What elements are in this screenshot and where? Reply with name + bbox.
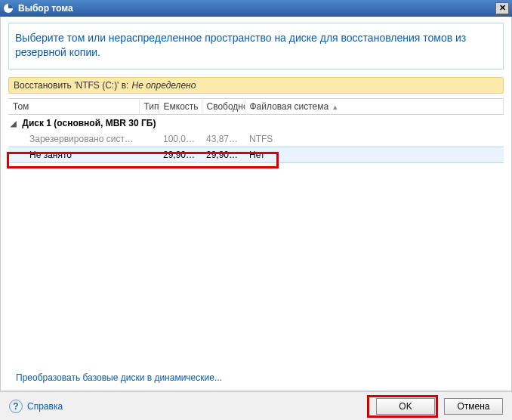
- row-free: 43,87 МБ: [202, 131, 245, 147]
- restore-target-bar: Восстановить 'NTFS (C:)' в: Не определен…: [8, 77, 504, 94]
- instruction-text: Выберите том или нераспределенное простр…: [8, 23, 504, 69]
- help-link[interactable]: ? Справка: [9, 400, 63, 413]
- volume-table: Том Тип Емкость Свободно Файловая систем…: [8, 98, 504, 163]
- app-icon: [3, 3, 14, 14]
- row-capacity: 29,90 ГБ: [159, 147, 202, 162]
- row-name: Зарезервировано систем…: [8, 131, 139, 147]
- dialog-content: Выберите том или нераспределенное простр…: [0, 17, 512, 391]
- cancel-button[interactable]: Отмена: [444, 398, 503, 415]
- disk-label: Диск 1 (основной, MBR 30 ГБ): [22, 118, 156, 128]
- row-fs: Нет: [245, 147, 504, 162]
- sort-asc-icon: ▲: [332, 103, 338, 111]
- convert-disks-link[interactable]: Преобразовать базовые диски в динамическ…: [16, 372, 222, 383]
- ok-highlight: OK: [367, 395, 438, 418]
- col-type[interactable]: Тип: [139, 98, 159, 114]
- row-capacity: 100,00 …: [159, 131, 202, 147]
- col-free[interactable]: Свободно: [202, 98, 245, 114]
- col-capacity[interactable]: Емкость: [159, 98, 202, 114]
- restore-target-label: Восстановить 'NTFS (C:)' в:: [14, 80, 128, 91]
- disk-group-row[interactable]: ◢ Диск 1 (основной, MBR 30 ГБ): [8, 114, 504, 131]
- row-free: 29,90 ГБ: [202, 147, 245, 162]
- row-fs: NTFS: [245, 131, 504, 147]
- volume-table-wrap: Том Тип Емкость Свободно Файловая систем…: [8, 98, 504, 163]
- row-type: [139, 131, 159, 147]
- table-row[interactable]: Не занято 29,90 ГБ 29,90 ГБ Нет: [8, 147, 504, 162]
- col-filesystem[interactable]: Файловая система▲: [245, 98, 504, 114]
- col-volume[interactable]: Том: [8, 98, 139, 114]
- close-button[interactable]: ✕: [495, 2, 509, 14]
- help-label: Справка: [27, 401, 63, 412]
- row-name: Не занято: [29, 150, 72, 160]
- titlebar: Выбор тома ✕: [0, 0, 512, 17]
- dialog-footer: ? Справка OK Отмена: [0, 391, 512, 420]
- table-row[interactable]: Зарезервировано систем… 100,00 … 43,87 М…: [8, 131, 504, 147]
- ok-button[interactable]: OK: [376, 398, 435, 415]
- row-type: [139, 147, 159, 162]
- window-title: Выбор тома: [18, 3, 73, 14]
- collapse-toggle-icon[interactable]: ◢: [10, 119, 17, 128]
- restore-target-value: Не определено: [131, 80, 196, 91]
- table-header-row: Том Тип Емкость Свободно Файловая систем…: [8, 98, 504, 114]
- help-icon: ?: [9, 400, 23, 413]
